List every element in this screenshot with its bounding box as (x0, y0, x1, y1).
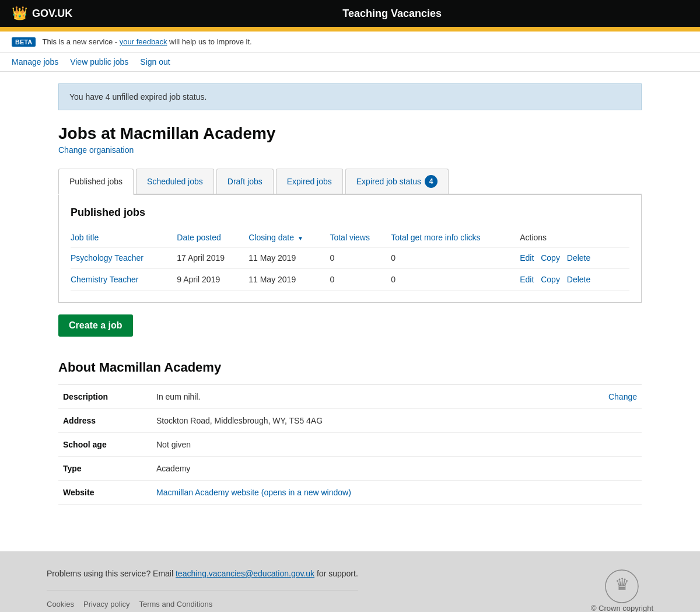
nav-sign-out[interactable]: Sign out (140, 57, 170, 67)
about-value-type: Academy (152, 457, 565, 481)
chemistry-teacher-link[interactable]: Chemistry Teacher (71, 275, 138, 284)
site-header: 👑 GOV.UK Teaching Vacancies (0, 0, 700, 32)
col-total-clicks[interactable]: Total get more info clicks (391, 228, 520, 247)
beta-tag: BETA (12, 37, 36, 47)
expired-status-badge: 4 (425, 175, 438, 188)
about-value-description: In eum nihil. (152, 385, 565, 409)
col-closing-date[interactable]: Closing date ▼ (249, 228, 330, 247)
job-title-cell: Psychology Teacher (71, 247, 177, 269)
total-views-cell: 0 (330, 247, 391, 269)
delete-psychology-link[interactable]: Delete (567, 253, 590, 263)
royal-crest-icon: ♛ (604, 569, 639, 604)
about-row-website: Website Macmillan Academy website (opens… (58, 481, 642, 505)
footer-cookies-link[interactable]: Cookies (47, 600, 74, 608)
svg-text:♛: ♛ (615, 575, 629, 593)
footer-links: Cookies Privacy policy Terms and Conditi… (47, 600, 358, 608)
footer-privacy-link[interactable]: Privacy policy (83, 600, 130, 608)
sort-arrow-icon: ▼ (298, 235, 303, 242)
table-row: Chemistry Teacher 9 April 2019 11 May 20… (71, 269, 629, 291)
academy-website-link[interactable]: Macmillan Academy website (opens in a ne… (156, 488, 351, 497)
beta-banner: BETA This is a new service - your feedba… (0, 32, 700, 53)
tabs-container: Published jobs Scheduled jobs Draft jobs… (58, 169, 642, 303)
about-row-school-age: School age Not given (58, 433, 642, 457)
about-action-description: Change (565, 385, 642, 409)
main-nav: Manage jobs View public jobs Sign out (0, 53, 700, 72)
footer-divider (47, 590, 358, 590)
about-label-website: Website (58, 481, 152, 505)
yellow-bar (0, 27, 700, 32)
beta-text: This is a new service - (43, 37, 120, 46)
about-section: About Macmillan Academy Description In e… (58, 360, 642, 505)
change-organisation-link[interactable]: Change organisation (58, 145, 134, 155)
footer-terms-link[interactable]: Terms and Conditions (139, 600, 212, 608)
closing-date-cell: 11 May 2019 (249, 247, 330, 269)
nav-manage-jobs[interactable]: Manage jobs (12, 57, 58, 67)
about-value-website: Macmillan Academy website (opens in a ne… (152, 481, 565, 505)
actions-cell: Edit Copy Delete (520, 247, 629, 269)
alert-box: You have 4 unfilled expired job status. (58, 83, 642, 110)
about-row-description: Description In eum nihil. Change (58, 385, 642, 409)
about-title: About Macmillan Academy (58, 360, 642, 375)
about-label-type: Type (58, 457, 152, 481)
about-table: Description In eum nihil. Change Address… (58, 384, 642, 505)
edit-psychology-link[interactable]: Edit (520, 253, 534, 263)
crown-icon: 👑 (12, 6, 27, 21)
about-label-school-age: School age (58, 433, 152, 457)
copy-psychology-link[interactable]: Copy (541, 253, 560, 263)
crown-copyright: ♛ © Crown copyright (591, 569, 653, 612)
col-actions: Actions (520, 228, 629, 247)
psychology-teacher-link[interactable]: Psychology Teacher (71, 253, 144, 263)
copy-chemistry-link[interactable]: Copy (541, 275, 560, 284)
site-title: Teaching Vacancies (96, 8, 688, 20)
date-posted-cell: 17 April 2019 (177, 247, 249, 269)
footer-left: Problems using this service? Email teach… (47, 569, 358, 612)
about-value-school-age: Not given (152, 433, 565, 457)
closing-date-cell: 11 May 2019 (249, 269, 330, 291)
edit-chemistry-link[interactable]: Edit (520, 275, 534, 284)
alert-text: You have 4 unfilled expired job status. (69, 92, 206, 102)
col-job-title[interactable]: Job title (71, 228, 177, 247)
delete-chemistry-link[interactable]: Delete (567, 275, 590, 284)
tabs: Published jobs Scheduled jobs Draft jobs… (58, 169, 642, 195)
tab-draft-jobs[interactable]: Draft jobs (216, 169, 274, 194)
job-title-cell: Chemistry Teacher (71, 269, 177, 291)
nav-view-public-jobs[interactable]: View public jobs (70, 57, 128, 67)
col-date-posted[interactable]: Date posted (177, 228, 249, 247)
col-total-views[interactable]: Total views (330, 228, 391, 247)
about-label-description: Description (58, 385, 152, 409)
actions-cell: Edit Copy Delete (520, 269, 629, 291)
site-footer: Problems using this service? Email teach… (0, 551, 700, 612)
gov-uk-logo[interactable]: 👑 GOV.UK (12, 6, 72, 21)
about-value-address: Stockton Road, Middlesbrough, WY, TS5 4A… (152, 409, 565, 433)
published-jobs-table: Job title Date posted Closing date ▼ Tot… (71, 228, 629, 291)
support-email-link[interactable]: teaching.vacancies@education.gov.uk (176, 569, 314, 578)
date-posted-cell: 9 April 2019 (177, 269, 249, 291)
total-clicks-cell: 0 (391, 247, 520, 269)
about-label-address: Address (58, 409, 152, 433)
change-description-link[interactable]: Change (608, 392, 637, 401)
feedback-link[interactable]: your feedback (120, 37, 167, 46)
table-row: Psychology Teacher 17 April 2019 11 May … (71, 247, 629, 269)
tab-published-jobs[interactable]: Published jobs (58, 169, 134, 195)
total-views-cell: 0 (330, 269, 391, 291)
logo-text: GOV.UK (32, 8, 72, 20)
about-row-type: Type Academy (58, 457, 642, 481)
beta-rest-text: will help us to improve it. (169, 37, 252, 46)
footer-support-text: Problems using this service? Email teach… (47, 569, 358, 578)
create-job-button[interactable]: Create a job (58, 314, 133, 337)
tab-expired-jobs[interactable]: Expired jobs (276, 169, 343, 194)
tab-expired-job-status[interactable]: Expired job status 4 (345, 169, 449, 194)
total-clicks-cell: 0 (391, 269, 520, 291)
about-row-address: Address Stockton Road, Middlesbrough, WY… (58, 409, 642, 433)
crown-copyright-text: © Crown copyright (591, 604, 653, 612)
main-content: You have 4 unfilled expired job status. … (47, 72, 653, 516)
page-title: Jobs at Macmillan Academy (58, 124, 642, 143)
published-jobs-section: Published jobs Job title Date posted Clo… (58, 195, 642, 303)
tab-scheduled-jobs[interactable]: Scheduled jobs (136, 169, 214, 194)
published-jobs-title: Published jobs (71, 207, 629, 219)
footer-top: Problems using this service? Email teach… (47, 569, 653, 612)
